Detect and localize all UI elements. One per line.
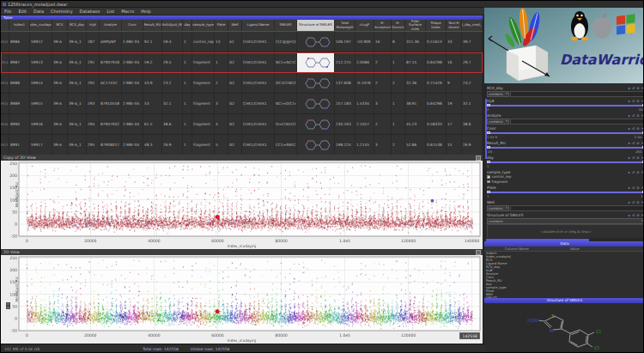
column-header-clogp[interactable]: cLogP [355, 20, 374, 31]
menu-item-chemistry[interactable]: Chemistry [51, 9, 73, 14]
slider-handle-min[interactable] [487, 104, 490, 107]
chart0-header[interactable]: Copy of 2D View [1, 155, 483, 161]
filter-disable-icon[interactable]: ⊘ [636, 213, 639, 217]
table-row[interactable]: 5991589895991539-A39-A_1293879105582.98E… [1, 94, 483, 114]
filter-disable-icon[interactable]: ⊘ [636, 141, 639, 145]
column-header-ligand-name[interactable]: Ligand Name [242, 20, 275, 31]
slider-handle-min[interactable] [487, 191, 490, 194]
filter-disable-icon[interactable]: ⊘ [636, 155, 639, 160]
filter-reset-icon[interactable]: ↺ [632, 170, 635, 174]
range-slider[interactable] [487, 145, 644, 149]
column-header-structure-of-smiles[interactable]: Structure of SMILES [297, 20, 335, 31]
column-header-polar-surface-area[interactable]: Polar Surface Area [405, 20, 426, 31]
column-header-moladjust-ru[interactable]: MolAdjust_RU [162, 20, 183, 31]
operator-dropdown[interactable]: contains▾ [487, 218, 644, 224]
operator-dropdown[interactable]: contains▾ [487, 205, 509, 211]
operator-dropdown[interactable]: contains▾ [487, 119, 509, 125]
scatter-plot-canvas-bottom[interactable] [1, 255, 483, 344]
range-slider[interactable] [487, 103, 644, 107]
filter-reset-icon[interactable]: ↺ [632, 86, 635, 90]
filter-reset-icon[interactable]: ↺ [632, 141, 635, 145]
menu-item-edit[interactable]: Edit [18, 9, 27, 14]
filter-disable-icon[interactable]: ⊘ [636, 99, 639, 103]
column-header-conc[interactable]: Conc [122, 20, 143, 31]
filter-close-icon[interactable]: ✕ [641, 99, 644, 103]
filter-animate-icon[interactable]: ▸ [629, 155, 630, 160]
filter-animate-icon[interactable]: ▸ [629, 113, 630, 118]
range-slider[interactable] [487, 190, 644, 194]
filter-disable-icon[interactable]: ⊘ [636, 170, 639, 174]
filter-close-icon[interactable]: ✕ [641, 213, 644, 217]
column-header-index1[interactable]: Index1 [9, 20, 30, 31]
filter-reset-icon[interactable]: ↺ [632, 113, 635, 118]
scatter-plot-canvas-top[interactable] [1, 161, 483, 249]
filter-disable-icon[interactable]: ⊘ [636, 186, 639, 190]
filter-disable-icon[interactable]: ⊘ [636, 113, 639, 118]
filter-close-icon[interactable]: ✕ [641, 200, 644, 204]
filter-close-icon[interactable]: ✕ [641, 126, 644, 131]
column-header-h-donors[interactable]: H-Donors [392, 20, 405, 31]
menu-item-data[interactable]: Data [33, 9, 44, 14]
filter-reset-icon[interactable]: ↺ [632, 186, 635, 190]
filter-text-input[interactable] [510, 119, 644, 125]
column-header-smiles[interactable]: SMILES [275, 20, 297, 31]
chart1-header[interactable]: 2D View [1, 249, 483, 255]
column-header-sample-type[interactable]: sample_type [192, 20, 215, 31]
filter-close-icon[interactable]: ✕ [641, 113, 644, 118]
column-header-total-molweight[interactable]: Total Molweight [335, 20, 355, 31]
range-slider[interactable] [487, 131, 644, 135]
filter-animate-icon[interactable]: ▸ [629, 126, 630, 131]
slider-handle-min[interactable] [487, 131, 490, 135]
operator-dropdown[interactable]: contains▾ [487, 91, 509, 97]
column-header-plate[interactable]: Plate [215, 20, 228, 31]
table-view-header[interactable]: Table [1, 15, 483, 20]
column-header-day[interactable]: day [183, 20, 192, 31]
column-header-analyte[interactable]: Analyte [100, 20, 122, 31]
column-header-index-rcxdayinj[interactable]: Index_rcxdayinj [30, 20, 52, 31]
table-row[interactable]: 5991489885991439-A39-A_1292AC174322.98E-… [1, 73, 483, 94]
table-row[interactable]: 5991689905991639-A39-A_1294879079322.98E… [1, 114, 483, 135]
table-row[interactable]: 5991389875991339-A39-A_1291879079182.98E… [1, 52, 483, 73]
filter-close-icon[interactable]: ✕ [641, 155, 644, 160]
filter-reset-icon[interactable]: ↺ [632, 126, 635, 131]
menu-item-list[interactable]: List [106, 9, 114, 14]
filter-disable-icon[interactable]: ⊘ [636, 86, 639, 90]
filter-close-icon[interactable]: ✕ [641, 86, 644, 90]
menu-item-file[interactable]: File [4, 9, 11, 14]
column-header-well[interactable]: Well [228, 20, 242, 31]
filter-reset-icon[interactable]: ↺ [632, 213, 635, 217]
filter-disable-icon[interactable]: ⊘ [636, 126, 639, 131]
row-gutter-header[interactable] [1, 20, 9, 31]
slider-handle-min[interactable] [487, 161, 490, 164]
column-header-rcx-day[interactable]: RCX_day [68, 20, 87, 31]
menu-item-help[interactable]: Help [141, 9, 150, 14]
filter-reset-icon[interactable]: ↺ [632, 200, 635, 204]
filter-reset-icon[interactable]: ↺ [632, 155, 635, 160]
column-header-result-ru[interactable]: Result_RU [143, 20, 162, 31]
filter-close-icon[interactable]: ✕ [641, 170, 644, 174]
structure-drop-area[interactable]: <double-click or drag & drop> [487, 224, 644, 238]
slider-handle-min[interactable] [487, 146, 490, 149]
filter-text-input[interactable] [510, 205, 644, 211]
filter-reset-icon[interactable]: ↺ [632, 99, 635, 103]
filter-text-input[interactable] [510, 91, 644, 97]
filter-animate-icon[interactable]: ▸ [629, 141, 630, 145]
filter-animate-icon[interactable]: ▸ [629, 86, 630, 90]
column-header-non-h-atoms[interactable]: Non-H Atoms [447, 20, 462, 31]
menu-item-database[interactable]: Database [80, 9, 100, 14]
table-row[interactable]: 5991289865991239-A39-A_1287AMPpNP1.98E-0… [1, 32, 483, 52]
column-header-rcx[interactable]: RCX [52, 20, 68, 31]
filter-animate-icon[interactable]: ▸ [629, 213, 630, 217]
range-slider[interactable] [487, 160, 644, 164]
filter-animate-icon[interactable]: ▸ [629, 170, 630, 174]
column-header-rcx-day-med-dev[interactable]: RCX_day_med_dev [462, 20, 483, 31]
filter-animate-icon[interactable]: ▸ [629, 200, 630, 204]
filter-close-icon[interactable]: ✕ [641, 141, 644, 145]
table-row[interactable]: 5991789915991739-A39-A_1295879080172.98E… [1, 135, 483, 155]
column-header-h-acceptors[interactable]: H-Acceptors [374, 20, 392, 31]
column-header-shape-index[interactable]: Shape Index [426, 20, 447, 31]
column-header-inj-[interactable]: Inj# [87, 20, 100, 31]
filter-animate-icon[interactable]: ▸ [629, 186, 630, 190]
filter-disable-icon[interactable]: ⊘ [636, 200, 639, 204]
menu-item-macro[interactable]: Macro [121, 9, 134, 14]
